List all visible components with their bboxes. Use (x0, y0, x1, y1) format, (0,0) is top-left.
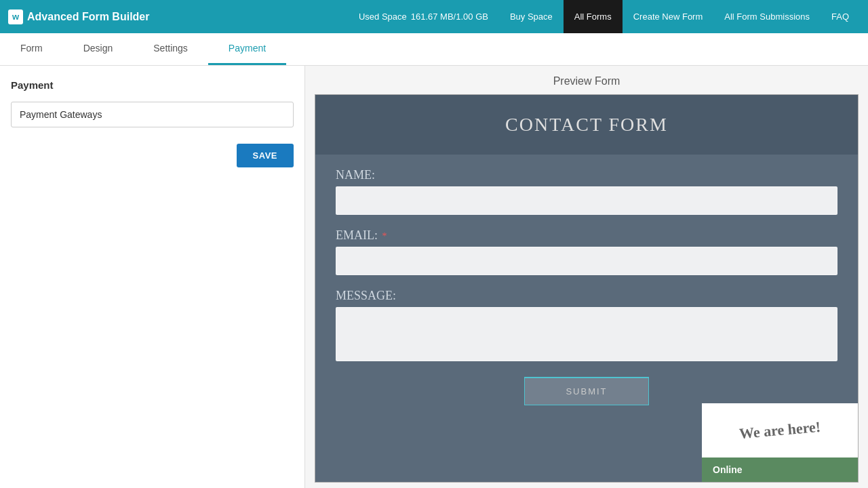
app-name: Advanced Form Builder (27, 11, 149, 23)
chat-online-status[interactable]: Online (702, 458, 858, 482)
preview-title: Preview Form (305, 66, 868, 94)
chat-bubble: We are here! (702, 403, 858, 458)
input-name[interactable] (336, 186, 837, 215)
submit-button[interactable]: SUBMIT (524, 377, 648, 405)
form-submit-row: SUBMIT (336, 377, 837, 405)
nav-items: Used Space 161.67 MB/1.00 GB Buy Space A… (348, 0, 860, 33)
input-email[interactable] (336, 247, 837, 275)
label-name: NAME: (336, 168, 837, 182)
panel-title: Payment (11, 79, 294, 91)
logo-icon: w (8, 9, 23, 24)
form-group-email: EMAIL: * (336, 228, 837, 275)
form-header-title: CONTACT FORM (329, 114, 844, 136)
nav-all-forms[interactable]: All Forms (564, 0, 623, 33)
tab-design[interactable]: Design (63, 33, 134, 65)
used-space: Used Space 161.67 MB/1.00 GB (348, 12, 499, 22)
right-panel: Preview Form CONTACT FORM NAME: EMAIL: * (305, 66, 868, 488)
chat-bubble-text: We are here! (738, 418, 821, 443)
payment-gateways-input[interactable] (11, 102, 294, 127)
form-preview: CONTACT FORM NAME: EMAIL: * (315, 94, 859, 483)
used-space-label: Used Space (359, 12, 407, 22)
tab-bar: Form Design Settings Payment (0, 33, 868, 66)
tab-settings[interactable]: Settings (133, 33, 208, 65)
nav-create-new-form[interactable]: Create New Form (623, 0, 714, 33)
label-email: EMAIL: * (336, 228, 837, 243)
tab-form[interactable]: Form (0, 33, 63, 65)
tab-payment[interactable]: Payment (208, 33, 286, 65)
left-panel: Payment SAVE (0, 66, 305, 488)
label-message: MESSAGE: (336, 289, 837, 303)
form-body: NAME: EMAIL: * MESSAGE: (315, 155, 858, 419)
top-navigation: w Advanced Form Builder Used Space 161.6… (0, 0, 868, 33)
app-logo: w Advanced Form Builder (8, 9, 149, 24)
form-group-message: MESSAGE: (336, 289, 837, 363)
form-group-name: NAME: (336, 168, 837, 215)
input-message[interactable] (336, 307, 837, 361)
nav-buy-space[interactable]: Buy Space (499, 0, 564, 33)
used-space-value: 161.67 MB/1.00 GB (411, 12, 488, 22)
save-button[interactable]: SAVE (237, 144, 294, 167)
nav-faq[interactable]: FAQ (821, 0, 860, 33)
required-indicator: * (382, 231, 387, 241)
form-header: CONTACT FORM (315, 95, 858, 155)
nav-all-submissions[interactable]: All Form Submissions (713, 0, 821, 33)
chat-widget: We are here! Online (702, 403, 858, 482)
main-layout: Payment SAVE Preview Form CONTACT FORM N… (0, 66, 868, 488)
